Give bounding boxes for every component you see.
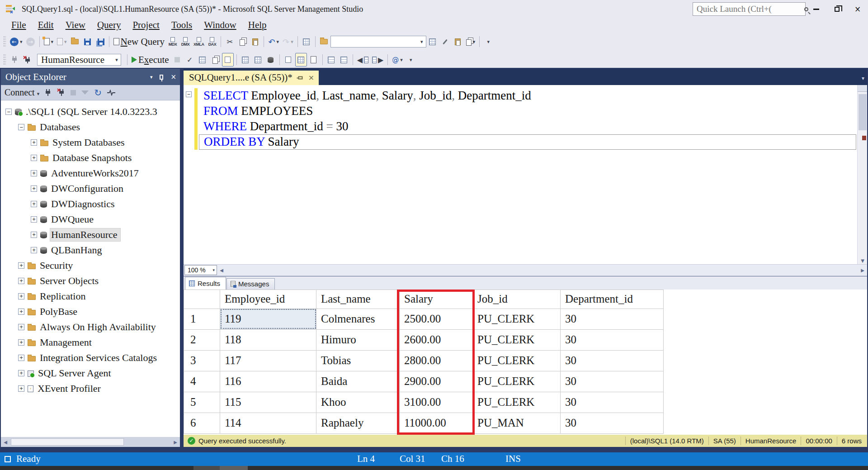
object-explorer-header[interactable]: Object Explorer ▾ × xyxy=(1,69,180,85)
expander-plus-icon[interactable]: + xyxy=(31,247,37,253)
column-header-job-id[interactable]: Job_id xyxy=(473,290,561,309)
grid-cell[interactable]: PU_MAN xyxy=(473,413,561,433)
client-stats-button[interactable] xyxy=(265,53,277,66)
intellisense-enabled-button[interactable] xyxy=(222,53,234,66)
row-number-cell[interactable]: 2 xyxy=(184,329,220,350)
tree-item-qlbanhang[interactable]: +QLBanHang xyxy=(1,242,180,258)
connect-plug-icon[interactable] xyxy=(45,89,52,96)
sql-line-2[interactable]: FROM EMPLOYEES xyxy=(199,104,856,119)
chevron-down-icon[interactable]: ▾ xyxy=(291,39,293,45)
tree-item-always-on-high-availability[interactable]: +Always On High Availability xyxy=(1,319,180,335)
expander-minus-icon[interactable]: − xyxy=(18,124,24,130)
execute-button[interactable]: Execute xyxy=(130,53,170,66)
column-header-employee-id[interactable]: Employee_id xyxy=(220,290,316,309)
results-to-grid-button[interactable] xyxy=(295,53,307,66)
expander-plus-icon[interactable]: + xyxy=(18,370,24,376)
sql-line-3[interactable]: WHERE Department_id = 30 xyxy=(199,119,856,134)
tree-item-databases[interactable]: −Databases xyxy=(1,119,180,135)
editor-vscrollbar[interactable]: ▼ xyxy=(857,85,867,264)
close-icon[interactable]: × xyxy=(170,73,176,81)
quick-launch-search[interactable] xyxy=(693,2,806,16)
new-query-button[interactable]: New Query xyxy=(112,35,166,48)
feedback-button[interactable]: ▾ xyxy=(465,35,477,48)
row-number-cell[interactable]: 5 xyxy=(184,392,220,413)
quick-launch-input[interactable] xyxy=(697,4,802,14)
uncomment-button[interactable] xyxy=(338,53,350,66)
grid-cell[interactable]: 11000.00 xyxy=(400,413,473,433)
grid-cell[interactable]: 118 xyxy=(220,329,316,350)
increase-indent-button[interactable]: ▶ xyxy=(371,53,385,66)
connect-button[interactable] xyxy=(9,53,20,66)
chevron-down-icon[interactable]: ▾ xyxy=(51,39,54,45)
pin-icon[interactable] xyxy=(160,75,163,80)
sql-editor[interactable]: − SELECT Employee_id, Last_name, Salary,… xyxy=(184,85,867,264)
new-xmla-query-button[interactable]: XMLA xyxy=(192,35,206,48)
expander-plus-icon[interactable]: + xyxy=(31,201,37,207)
menu-help[interactable]: Help xyxy=(242,19,273,31)
tree-item-adventureworks2017[interactable]: +AdventureWorks2017 xyxy=(1,166,180,181)
grid-cell[interactable]: 30 xyxy=(561,329,664,350)
sql-code[interactable]: SELECT Employee_id, Last_name, Salary, J… xyxy=(199,88,856,150)
chevron-down-icon[interactable]: ▾ xyxy=(400,57,403,63)
toolbar-grip[interactable] xyxy=(3,36,6,47)
expander-plus-icon[interactable]: + xyxy=(18,278,24,284)
menu-query[interactable]: Query xyxy=(91,19,127,31)
column-header-last-name[interactable]: Last_name xyxy=(316,290,400,309)
scrollbar-thumb[interactable] xyxy=(859,94,867,130)
tree-item-sql1-sql-server-14-0-3223-3[interactable]: −.\SQL1 (SQL Server 14.0.3223.3 xyxy=(1,104,180,119)
parse-button[interactable]: ✓ xyxy=(184,53,196,66)
redo-button[interactable]: ↷ ▾ xyxy=(281,35,295,48)
zoom-level-combo[interactable]: 100 % ▾ xyxy=(184,265,217,275)
new-mdx-query-button[interactable]: MDX xyxy=(167,35,179,48)
new-dmx-query-button[interactable]: DMX xyxy=(179,35,191,48)
tree-item-dwqueue[interactable]: +DWQueue xyxy=(1,212,180,227)
navigate-forward-button[interactable]: → xyxy=(25,35,37,48)
query-document-tab[interactable]: SQLQuery1....e (SA (55))* × xyxy=(184,71,319,85)
toolbar-overflow-button[interactable]: ▾ xyxy=(405,53,417,66)
panel-splitter[interactable] xyxy=(180,69,184,447)
chevron-down-icon[interactable]: ▾ xyxy=(277,39,279,45)
grid-cell[interactable]: 119 xyxy=(220,309,316,329)
chevron-down-icon[interactable]: ▾ xyxy=(20,39,23,45)
refresh-icon[interactable]: ↻ xyxy=(94,87,102,98)
sql-line-4[interactable]: ORDER BY Salary xyxy=(199,134,856,150)
expander-plus-icon[interactable]: + xyxy=(18,385,24,392)
expander-plus-icon[interactable]: + xyxy=(18,309,24,315)
grid-cell[interactable]: 114 xyxy=(220,413,316,433)
tree-item-management[interactable]: +Management xyxy=(1,335,180,350)
toolbox-button[interactable] xyxy=(452,35,464,48)
comment-button[interactable] xyxy=(326,53,337,66)
document-list-chevron-icon[interactable]: ▾ xyxy=(862,75,864,81)
expander-plus-icon[interactable]: + xyxy=(31,170,37,176)
grid-cell[interactable]: Raphaely xyxy=(316,413,400,433)
row-number-cell[interactable]: 1 xyxy=(184,309,220,329)
toolbar-grip[interactable] xyxy=(3,54,6,66)
grid-cell[interactable]: 116 xyxy=(220,371,316,392)
tree-item-dwdiagnostics[interactable]: +DWDiagnostics xyxy=(1,196,180,212)
paste-button[interactable] xyxy=(249,35,261,48)
scroll-down-icon[interactable]: ▼ xyxy=(858,258,868,263)
grid-cell[interactable]: 2800.00 xyxy=(400,350,473,371)
tree-item-server-objects[interactable]: +Server Objects xyxy=(1,273,180,289)
expander-plus-icon[interactable]: + xyxy=(31,155,37,161)
cancel-query-button[interactable] xyxy=(171,53,183,66)
grid-cell[interactable]: Tobias xyxy=(316,350,400,371)
tree-item-database-snapshots[interactable]: +Database Snapshots xyxy=(1,150,180,166)
connect-button[interactable]: Connect ▾ xyxy=(5,87,39,98)
expander-plus-icon[interactable]: + xyxy=(18,339,24,346)
grid-cell[interactable]: 115 xyxy=(220,392,316,413)
close-button[interactable]: × xyxy=(847,0,868,18)
chevron-down-icon[interactable]: ▾ xyxy=(64,39,67,45)
find-button[interactable] xyxy=(427,35,439,48)
tree-item-humanresource[interactable]: +HumanResource xyxy=(1,227,180,242)
open-file-button[interactable] xyxy=(69,35,81,48)
scrollbar-thumb[interactable] xyxy=(11,438,124,446)
save-button[interactable] xyxy=(82,35,94,48)
grid-cell[interactable]: PU_CLERK xyxy=(473,392,561,413)
menu-file[interactable]: File xyxy=(5,19,32,31)
minimize-button[interactable] xyxy=(806,0,826,18)
editor-hscrollbar[interactable] xyxy=(226,265,858,275)
tab-messages[interactable]: Messages xyxy=(226,278,275,290)
expander-plus-icon[interactable]: + xyxy=(18,293,24,299)
expander-minus-icon[interactable]: − xyxy=(5,109,12,115)
